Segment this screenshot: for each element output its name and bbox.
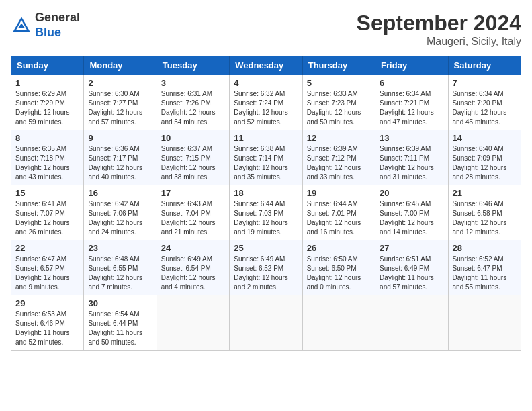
empty-cell [448, 295, 521, 351]
calendar-day-cell: 18Sunrise: 6:44 AMSunset: 7:03 PMDayligh… [230, 185, 302, 240]
day-number: 8 [15, 133, 79, 143]
day-number: 14 [453, 133, 517, 143]
calendar-day-cell: 8Sunrise: 6:35 AMSunset: 7:18 PMDaylight… [11, 130, 84, 185]
calendar-day-cell: 13Sunrise: 6:39 AMSunset: 7:11 PMDayligh… [375, 130, 448, 185]
day-info: Sunrise: 6:45 AMSunset: 7:00 PMDaylight:… [380, 199, 443, 237]
calendar-header-row: SundayMondayTuesdayWednesdayThursdayFrid… [11, 56, 521, 75]
calendar-week-row: 22Sunrise: 6:47 AMSunset: 6:57 PMDayligh… [11, 240, 521, 295]
day-info: Sunrise: 6:44 AMSunset: 7:03 PMDaylight:… [234, 199, 298, 237]
day-info: Sunrise: 6:32 AMSunset: 7:24 PMDaylight:… [234, 89, 298, 127]
day-number: 6 [380, 78, 443, 88]
day-info: Sunrise: 6:51 AMSunset: 6:49 PMDaylight:… [380, 255, 443, 292]
day-number: 10 [161, 133, 225, 143]
weekday-header-thursday: Thursday [302, 56, 375, 75]
day-info: Sunrise: 6:31 AMSunset: 7:26 PMDaylight:… [161, 89, 225, 127]
empty-cell [157, 295, 229, 351]
day-info: Sunrise: 6:37 AMSunset: 7:15 PMDaylight:… [161, 144, 225, 182]
calendar-week-row: 1Sunrise: 6:29 AMSunset: 7:29 PMDaylight… [11, 75, 521, 130]
weekday-header-tuesday: Tuesday [157, 56, 229, 75]
calendar-day-cell: 6Sunrise: 6:34 AMSunset: 7:21 PMDaylight… [375, 75, 448, 130]
day-number: 27 [380, 243, 443, 253]
day-number: 13 [380, 133, 443, 143]
day-number: 22 [15, 243, 79, 253]
calendar-day-cell: 10Sunrise: 6:37 AMSunset: 7:15 PMDayligh… [157, 130, 229, 185]
day-info: Sunrise: 6:39 AMSunset: 7:11 PMDaylight:… [380, 144, 443, 182]
day-info: Sunrise: 6:54 AMSunset: 6:44 PMDaylight:… [88, 310, 152, 347]
calendar-day-cell: 28Sunrise: 6:52 AMSunset: 6:47 PMDayligh… [448, 240, 521, 295]
weekday-header-saturday: Saturday [448, 56, 521, 75]
day-number: 1 [15, 78, 79, 88]
day-info: Sunrise: 6:33 AMSunset: 7:23 PMDaylight:… [307, 89, 371, 127]
day-info: Sunrise: 6:30 AMSunset: 7:27 PMDaylight:… [88, 89, 152, 127]
day-number: 15 [15, 188, 79, 198]
empty-cell [302, 295, 375, 351]
day-number: 11 [234, 133, 298, 143]
day-info: Sunrise: 6:34 AMSunset: 7:20 PMDaylight:… [453, 89, 517, 127]
weekday-header-sunday: Sunday [11, 56, 84, 75]
weekday-header-wednesday: Wednesday [230, 56, 302, 75]
calendar-day-cell: 29Sunrise: 6:53 AMSunset: 6:46 PMDayligh… [11, 295, 84, 351]
day-number: 5 [307, 78, 371, 88]
day-info: Sunrise: 6:44 AMSunset: 7:01 PMDaylight:… [307, 199, 371, 237]
month-title: September 2024 [357, 11, 521, 36]
day-info: Sunrise: 6:52 AMSunset: 6:47 PMDaylight:… [453, 255, 517, 292]
calendar-day-cell: 30Sunrise: 6:54 AMSunset: 6:44 PMDayligh… [84, 295, 157, 351]
logo-text: General Blue [35, 11, 80, 40]
calendar-day-cell: 22Sunrise: 6:47 AMSunset: 6:57 PMDayligh… [11, 240, 84, 295]
calendar-day-cell: 11Sunrise: 6:38 AMSunset: 7:14 PMDayligh… [230, 130, 302, 185]
day-number: 28 [453, 243, 517, 253]
day-info: Sunrise: 6:42 AMSunset: 7:06 PMDaylight:… [88, 199, 152, 237]
calendar-week-row: 15Sunrise: 6:41 AMSunset: 7:07 PMDayligh… [11, 185, 521, 240]
day-info: Sunrise: 6:39 AMSunset: 7:12 PMDaylight:… [307, 144, 371, 182]
day-info: Sunrise: 6:46 AMSunset: 6:58 PMDaylight:… [453, 199, 517, 237]
day-info: Sunrise: 6:53 AMSunset: 6:46 PMDaylight:… [15, 310, 79, 347]
calendar-day-cell: 17Sunrise: 6:43 AMSunset: 7:04 PMDayligh… [157, 185, 229, 240]
day-info: Sunrise: 6:47 AMSunset: 6:57 PMDaylight:… [15, 255, 79, 292]
calendar-day-cell: 21Sunrise: 6:46 AMSunset: 6:58 PMDayligh… [448, 185, 521, 240]
day-number: 17 [161, 188, 225, 198]
day-number: 21 [453, 188, 517, 198]
calendar-day-cell: 27Sunrise: 6:51 AMSunset: 6:49 PMDayligh… [375, 240, 448, 295]
day-number: 25 [234, 243, 298, 253]
day-number: 20 [380, 188, 443, 198]
calendar-day-cell: 20Sunrise: 6:45 AMSunset: 7:00 PMDayligh… [375, 185, 448, 240]
day-info: Sunrise: 6:43 AMSunset: 7:04 PMDaylight:… [161, 199, 225, 237]
calendar-day-cell: 24Sunrise: 6:49 AMSunset: 6:54 PMDayligh… [157, 240, 229, 295]
logo-icon [11, 15, 32, 36]
calendar-week-row: 29Sunrise: 6:53 AMSunset: 6:46 PMDayligh… [11, 295, 521, 351]
day-number: 19 [307, 188, 371, 198]
calendar-day-cell: 12Sunrise: 6:39 AMSunset: 7:12 PMDayligh… [302, 130, 375, 185]
empty-cell [230, 295, 302, 351]
title-section: September 2024 Maugeri, Sicily, Italy [357, 11, 521, 48]
day-number: 16 [88, 188, 152, 198]
calendar-day-cell: 15Sunrise: 6:41 AMSunset: 7:07 PMDayligh… [11, 185, 84, 240]
calendar-day-cell: 4Sunrise: 6:32 AMSunset: 7:24 PMDaylight… [230, 75, 302, 130]
day-number: 12 [307, 133, 371, 143]
calendar-week-row: 8Sunrise: 6:35 AMSunset: 7:18 PMDaylight… [11, 130, 521, 185]
day-info: Sunrise: 6:34 AMSunset: 7:21 PMDaylight:… [380, 89, 443, 127]
calendar-day-cell: 3Sunrise: 6:31 AMSunset: 7:26 PMDaylight… [157, 75, 229, 130]
day-info: Sunrise: 6:40 AMSunset: 7:09 PMDaylight:… [453, 144, 517, 182]
calendar-day-cell: 25Sunrise: 6:49 AMSunset: 6:52 PMDayligh… [230, 240, 302, 295]
day-number: 2 [88, 78, 152, 88]
day-number: 30 [88, 298, 152, 308]
day-info: Sunrise: 6:49 AMSunset: 6:54 PMDaylight:… [161, 255, 225, 292]
calendar-day-cell: 19Sunrise: 6:44 AMSunset: 7:01 PMDayligh… [302, 185, 375, 240]
weekday-header-monday: Monday [84, 56, 157, 75]
day-number: 3 [161, 78, 225, 88]
calendar-day-cell: 14Sunrise: 6:40 AMSunset: 7:09 PMDayligh… [448, 130, 521, 185]
day-info: Sunrise: 6:29 AMSunset: 7:29 PMDaylight:… [15, 89, 79, 127]
calendar-day-cell: 5Sunrise: 6:33 AMSunset: 7:23 PMDaylight… [302, 75, 375, 130]
day-info: Sunrise: 6:41 AMSunset: 7:07 PMDaylight:… [15, 199, 79, 237]
calendar-day-cell: 1Sunrise: 6:29 AMSunset: 7:29 PMDaylight… [11, 75, 84, 130]
day-number: 7 [453, 78, 517, 88]
day-number: 29 [15, 298, 79, 308]
calendar-table: SundayMondayTuesdayWednesdayThursdayFrid… [11, 56, 521, 351]
day-number: 26 [307, 243, 371, 253]
empty-cell [375, 295, 448, 351]
day-info: Sunrise: 6:48 AMSunset: 6:55 PMDaylight:… [88, 255, 152, 292]
page-header: General Blue September 2024 Maugeri, Sic… [11, 11, 521, 48]
day-number: 18 [234, 188, 298, 198]
day-number: 23 [88, 243, 152, 253]
day-info: Sunrise: 6:49 AMSunset: 6:52 PMDaylight:… [234, 255, 298, 292]
